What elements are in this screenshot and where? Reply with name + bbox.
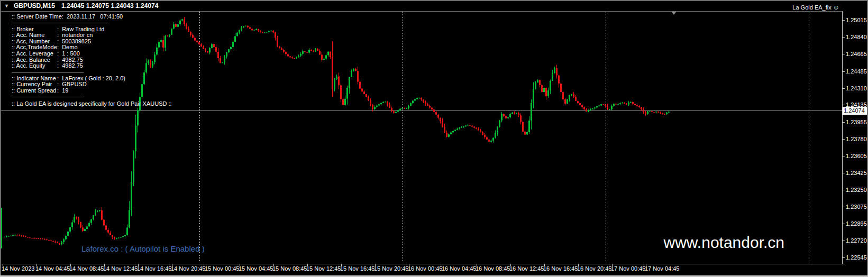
candle-body bbox=[503, 114, 505, 116]
candle-body bbox=[484, 135, 486, 137]
candle-body bbox=[378, 104, 380, 105]
candle-body bbox=[120, 237, 122, 238]
candle-body bbox=[215, 47, 217, 52]
candle-body bbox=[393, 111, 395, 113]
candle-body bbox=[361, 88, 363, 91]
candle-body bbox=[571, 94, 572, 95]
candle-body bbox=[232, 42, 234, 47]
candle-body bbox=[175, 24, 177, 27]
candle-body bbox=[412, 100, 414, 103]
candle-body bbox=[539, 80, 541, 85]
candle-body bbox=[260, 31, 261, 32]
candle-body bbox=[46, 239, 48, 240]
candle-body bbox=[505, 116, 507, 118]
candle-body bbox=[275, 32, 276, 38]
info-row-value: : 4982.75 bbox=[57, 62, 83, 69]
candle-body bbox=[116, 238, 117, 239]
candle-body bbox=[590, 109, 591, 110]
candle-body bbox=[279, 47, 280, 48]
candle-body bbox=[239, 30, 240, 33]
candle-body bbox=[270, 31, 272, 31]
candle-body bbox=[194, 38, 196, 41]
info-row-label: :: Acc. Equity bbox=[12, 63, 57, 69]
info-row-value: : 19 bbox=[57, 87, 68, 94]
candle-body bbox=[497, 127, 498, 133]
candle-body bbox=[313, 51, 314, 52]
candle-body bbox=[291, 57, 293, 58]
candle-body bbox=[645, 112, 646, 114]
current-price-box: 1.24074 bbox=[843, 107, 868, 115]
candle-body bbox=[499, 121, 500, 127]
candle-body bbox=[605, 104, 606, 106]
candle-body bbox=[655, 112, 657, 112]
candle-body bbox=[581, 105, 583, 107]
candle-body bbox=[253, 30, 255, 31]
candle-body bbox=[410, 103, 412, 106]
candle-body bbox=[310, 50, 312, 51]
candle-body bbox=[31, 238, 33, 238]
chart-title-bar: ▼GBPUSD,M151.24045 1.24075 1.24043 1.240… bbox=[4, 2, 158, 10]
candle-body bbox=[518, 113, 519, 115]
candle-body bbox=[488, 140, 490, 142]
candle-body bbox=[188, 29, 189, 32]
candle-body bbox=[319, 51, 321, 55]
candle-body bbox=[266, 32, 268, 32]
candle-body bbox=[90, 219, 92, 223]
candle-body bbox=[84, 229, 86, 231]
candle-body bbox=[184, 19, 185, 24]
candle-body bbox=[126, 227, 128, 235]
candle-body bbox=[249, 27, 251, 29]
candle-body bbox=[668, 112, 670, 112]
candle-body bbox=[243, 26, 244, 27]
candle-body bbox=[660, 113, 661, 114]
candle-body bbox=[272, 31, 274, 32]
candle-body bbox=[14, 235, 16, 235]
candle-body bbox=[446, 133, 447, 137]
candle-body bbox=[516, 113, 517, 114]
candle-body bbox=[547, 90, 549, 96]
candle-body bbox=[664, 114, 665, 115]
candle-body bbox=[258, 29, 259, 31]
candle-body bbox=[522, 122, 524, 132]
candle-body bbox=[327, 52, 329, 56]
candle-body bbox=[19, 235, 20, 235]
candle-body bbox=[611, 106, 613, 109]
candle-body bbox=[353, 69, 354, 71]
symbol-dropdown-icon[interactable]: ▼ bbox=[4, 3, 9, 8]
candle-body bbox=[351, 71, 352, 77]
candle-body bbox=[526, 132, 528, 135]
mt4-chart-window: ▼GBPUSD,M151.24045 1.24075 1.24043 1.240… bbox=[0, 0, 868, 277]
panel-separator bbox=[12, 72, 84, 72]
candle-body bbox=[374, 107, 376, 109]
candle-body bbox=[300, 54, 301, 56]
candle-body bbox=[579, 103, 581, 105]
candle-body bbox=[52, 241, 54, 242]
candle-body bbox=[380, 103, 382, 105]
candle-body bbox=[467, 125, 469, 125]
candle-body bbox=[245, 26, 246, 26]
chart-shift-marker-icon[interactable] bbox=[672, 12, 677, 15]
candle-body bbox=[59, 243, 60, 244]
candle-body bbox=[399, 109, 401, 110]
candle-body bbox=[224, 57, 225, 62]
candle-body bbox=[414, 99, 416, 101]
candle-body bbox=[427, 104, 428, 106]
info-row-label: :: Server Date Time bbox=[12, 14, 62, 20]
candle-body bbox=[482, 132, 483, 135]
candle-body bbox=[615, 104, 617, 105]
candle-body bbox=[537, 80, 538, 82]
candle-body bbox=[524, 132, 526, 135]
candle-body bbox=[344, 99, 346, 105]
candle-body bbox=[61, 242, 62, 244]
candle-body bbox=[236, 33, 238, 36]
candle-body bbox=[425, 102, 426, 104]
candle-body bbox=[86, 226, 88, 229]
candle-body bbox=[135, 125, 136, 151]
candle-body bbox=[228, 49, 230, 52]
candle-body bbox=[387, 101, 388, 104]
candle-body bbox=[408, 106, 409, 108]
candle-body bbox=[456, 128, 458, 130]
candle-body bbox=[501, 114, 502, 121]
candle-body bbox=[657, 112, 659, 112]
candle-body bbox=[634, 104, 636, 105]
